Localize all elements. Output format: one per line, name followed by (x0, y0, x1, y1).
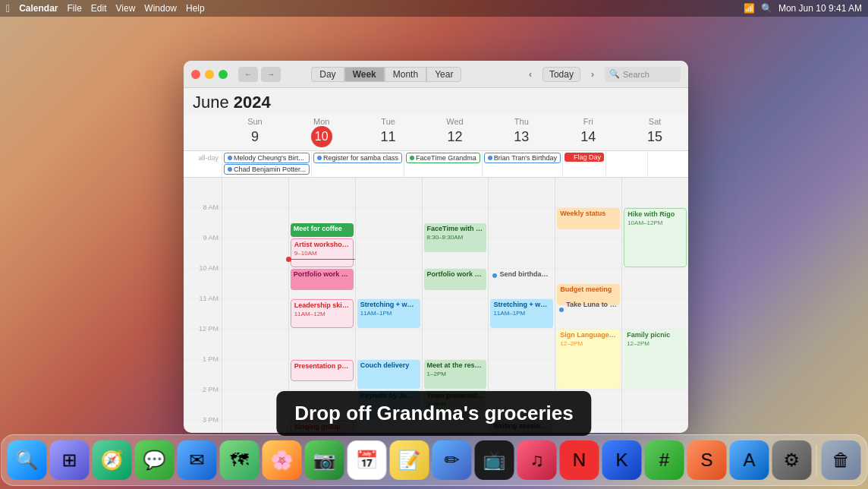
dock-icon-mail[interactable]: ✉ (178, 440, 217, 480)
day-time-slot[interactable] (489, 330, 555, 360)
day-time-slot[interactable] (356, 208, 422, 238)
dock-icon-maps[interactable]: 🗺 (220, 440, 259, 480)
day-time-slot[interactable] (555, 390, 621, 421)
day-time-slot[interactable] (222, 390, 288, 421)
calendar-event[interactable]: Meet at the restaurant1–2PM (424, 360, 487, 389)
calendar-event[interactable]: Keynote by Jasmine (357, 390, 420, 419)
dock-icon-app-store[interactable]: A (730, 440, 769, 480)
day-time-slot[interactable] (222, 421, 288, 433)
day-header-sun[interactable]: Sun9 (222, 114, 288, 150)
day-time-slot[interactable] (222, 330, 288, 360)
day-time-slot[interactable] (489, 208, 555, 238)
calendar-event[interactable]: Stretching + weights11AM–1PM (490, 299, 553, 328)
day-time-slot[interactable] (423, 421, 489, 433)
allday-event[interactable]: Flag Day (565, 153, 604, 162)
day-time-slot[interactable] (356, 238, 422, 269)
dock-icon-sketch[interactable]: S (687, 440, 727, 480)
day-time-slot[interactable] (289, 330, 355, 360)
day-time-slot[interactable] (423, 299, 489, 330)
allday-event[interactable]: Brian Tran's Birthday (484, 153, 561, 163)
menubar-search-icon[interactable]: 🔍 (761, 3, 772, 14)
calendar-event[interactable]: Artist workshop kickoff!9–10AM (291, 238, 354, 267)
prev-period-button[interactable]: ‹ (523, 67, 538, 82)
menubar-file[interactable]: File (67, 3, 81, 14)
day-time-slot[interactable] (289, 390, 355, 421)
view-month[interactable]: Month (385, 67, 426, 82)
close-button[interactable] (191, 70, 200, 79)
apple-menu-icon[interactable]:  (6, 2, 10, 14)
day-time-slot[interactable] (622, 299, 688, 330)
view-week[interactable]: Week (344, 67, 385, 82)
calendar-event[interactable]: Send birthday card to A... (490, 269, 553, 282)
day-time-slot[interactable] (622, 269, 688, 299)
next-period-button[interactable]: › (585, 67, 600, 82)
dock-icon-numbers[interactable]: # (645, 440, 684, 480)
dock-icon-freeform[interactable]: ✏ (432, 440, 472, 480)
day-header-thu[interactable]: Thu13 (488, 114, 555, 150)
dock-icon-facetime[interactable]: 📷 (305, 440, 344, 480)
dock-icon-trash[interactable]: 🗑 (822, 440, 861, 480)
search-box[interactable]: 🔍 Search (605, 67, 681, 82)
day-header-sat[interactable]: Sat15 (621, 114, 688, 150)
day-time-slot[interactable] (622, 390, 688, 421)
allday-event[interactable]: Melody Cheung's Birt... (224, 153, 310, 163)
day-time-slot[interactable] (356, 269, 422, 299)
calendar-event[interactable]: Family picnic12–2PM (624, 330, 687, 389)
minimize-button[interactable] (205, 70, 214, 79)
calendar-event[interactable]: Team presentation2–3PM (424, 390, 487, 419)
view-year[interactable]: Year (426, 67, 461, 82)
day-time-slot[interactable] (489, 360, 555, 390)
allday-event[interactable]: FaceTime Grandma (406, 153, 480, 163)
day-time-slot[interactable] (222, 360, 288, 390)
day-time-slot[interactable] (289, 178, 355, 208)
maximize-button[interactable] (219, 70, 228, 79)
day-time-slot[interactable] (489, 178, 555, 208)
menubar-view[interactable]: View (116, 3, 136, 14)
calendar-event[interactable]: Hike with Rigo10AM–12PM (624, 208, 687, 267)
calendar-event[interactable]: Singing group (291, 421, 354, 433)
calendar-event[interactable]: Meet for coffee (291, 223, 354, 237)
dock-icon-news[interactable]: N (560, 440, 599, 480)
dock-icon-photos[interactable]: 🌸 (263, 440, 302, 480)
calendar-event[interactable]: FaceTime with Grandma8:30–9:30AM (424, 223, 487, 252)
calendar-event[interactable]: Sign Language Club12–2PM (557, 330, 620, 389)
view-day[interactable]: Day (311, 67, 344, 82)
dock-icon-messages[interactable]: 💬 (135, 440, 175, 480)
day-time-slot[interactable] (555, 421, 621, 433)
day-time-slot[interactable] (423, 330, 489, 360)
day-time-slot[interactable] (489, 390, 555, 421)
calendar-event[interactable]: Weekly status (557, 208, 620, 229)
day-time-slot[interactable] (622, 421, 688, 433)
back-button[interactable]: ← (238, 67, 258, 82)
day-time-slot[interactable] (555, 238, 621, 269)
day-header-wed[interactable]: Wed12 (422, 114, 489, 150)
dock-icon-system-settings[interactable]: ⚙ (772, 440, 812, 480)
menubar-app-name[interactable]: Calendar (19, 3, 58, 14)
menubar-help[interactable]: Help (186, 3, 205, 14)
day-time-slot[interactable] (222, 208, 288, 238)
dock-icon-notes[interactable]: 📝 (390, 440, 429, 480)
day-time-slot[interactable] (222, 269, 288, 299)
day-time-slot[interactable] (222, 299, 288, 330)
calendar-event[interactable]: Portfolio work session (424, 269, 487, 290)
day-time-slot[interactable] (356, 421, 422, 433)
dock-icon-launchpad[interactable]: ⊞ (50, 440, 90, 480)
calendar-event[interactable]: Leadership skills workshop11AM–12M (291, 299, 354, 328)
forward-button[interactable]: → (261, 67, 281, 82)
calendar-event[interactable]: Writing session with Or... (490, 421, 553, 433)
day-header-tue[interactable]: Tue11 (355, 114, 422, 150)
day-time-slot[interactable] (423, 178, 489, 208)
day-time-slot[interactable] (222, 238, 288, 269)
day-time-slot[interactable] (489, 238, 555, 269)
dock-icon-safari[interactable]: 🧭 (93, 440, 132, 480)
allday-event[interactable]: Register for samba class (313, 153, 402, 163)
menubar-edit[interactable]: Edit (91, 3, 107, 14)
calendar-event[interactable]: Couch delivery (357, 360, 420, 389)
dock-icon-music[interactable]: ♫ (517, 440, 557, 480)
day-time-slot[interactable] (555, 178, 621, 208)
dock-icon-finder[interactable]: 🔍 (8, 440, 47, 480)
day-header-mon[interactable]: Mon10 (288, 114, 355, 150)
dock-icon-calendar[interactable]: 📅 (348, 440, 387, 480)
calendar-event[interactable]: Stretching + weights11AM–1PM (357, 299, 420, 328)
dock-icon-keynote[interactable]: K (602, 440, 642, 480)
